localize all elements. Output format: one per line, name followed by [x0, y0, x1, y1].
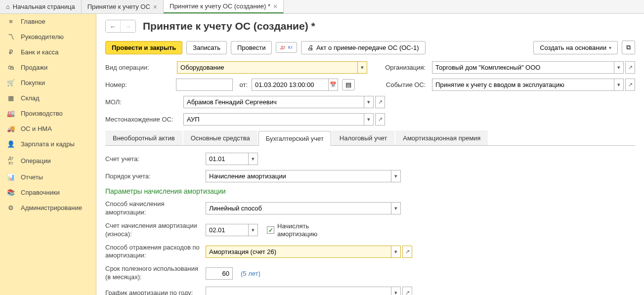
tab-label: Принятие к учету ОС (создание) * [170, 2, 270, 10]
back-button[interactable]: ← [106, 20, 121, 32]
ruble-icon: ₽ [7, 48, 15, 56]
sidebar-item-label: Администрирование [21, 204, 82, 211]
close-icon[interactable]: × [273, 2, 277, 10]
dropdown-button[interactable]: ▾ [364, 96, 374, 108]
schedule-input[interactable] [206, 287, 391, 295]
operation-type-input[interactable] [177, 61, 357, 74]
chevron-down-icon: ▾ [609, 45, 611, 50]
close-icon[interactable]: × [153, 3, 157, 11]
sidebar-item-purchases[interactable]: 🛒Покупки [0, 75, 96, 90]
sidebar-item-admin[interactable]: ⚙Администрирование [0, 200, 96, 215]
life-label: Срок полезного использования (в месяцах)… [105, 265, 202, 282]
dropdown-button[interactable]: ▾ [391, 246, 401, 258]
bag-icon: 🛍 [7, 64, 15, 71]
amort-account-input[interactable] [206, 224, 248, 236]
subtab-asset[interactable]: Внеоборотный актив [105, 130, 182, 145]
dropdown-button[interactable]: ▾ [391, 170, 401, 182]
subtab-premium[interactable]: Амортизационная премия [395, 130, 488, 145]
expense-input[interactable] [206, 246, 391, 258]
sidebar-item-label: Склад [21, 94, 40, 102]
sidebar-item-salary[interactable]: 👤Зарплата и кадры [0, 136, 96, 152]
subtab-fixed-assets[interactable]: Основные средства [183, 130, 258, 145]
post-button[interactable]: Провести [231, 41, 272, 54]
chart-up-icon: 〽 [7, 33, 15, 41]
checkbox-label: Начислять амортизацию [277, 222, 322, 238]
forward-button[interactable]: → [121, 20, 135, 32]
menu-icon: ≡ [7, 18, 15, 25]
sidebar-item-assets[interactable]: 🚚ОС и НМА [0, 121, 96, 136]
save-button[interactable]: Записать [186, 41, 227, 54]
org-input[interactable] [432, 61, 614, 74]
sidebar-item-warehouse[interactable]: ▦Склад [0, 90, 96, 106]
tab-label: Начальная страница [13, 3, 75, 10]
calendar-button[interactable]: 📅 [328, 79, 338, 91]
expense-label: Способ отражения расходов по амортизации… [105, 244, 202, 260]
life-input[interactable] [206, 267, 233, 280]
tab-list[interactable]: Принятие к учету ОС × [82, 0, 164, 13]
page-title: Принятие к учету ОС (создание) * [143, 20, 315, 32]
location-input[interactable] [183, 113, 364, 126]
dropdown-button[interactable]: ▾ [357, 61, 367, 74]
dropdown-button[interactable]: ▾ [364, 113, 374, 126]
number-label: Номер: [105, 81, 172, 88]
structure-button[interactable]: ⧉ [622, 41, 635, 54]
life-hint: (5 лет) [241, 270, 260, 277]
create-based-button[interactable]: Создать на основании▾ [533, 41, 618, 54]
sidebar-item-main[interactable]: ≡Главное [0, 14, 96, 29]
sidebar-item-manager[interactable]: 〽Руководителю [0, 29, 96, 44]
open-button[interactable]: ↗ [625, 79, 635, 91]
structure-icon: ⧉ [626, 43, 631, 51]
method-input[interactable] [206, 202, 391, 214]
tab-home[interactable]: ⌂ Начальная страница [0, 0, 82, 13]
sidebar-item-bank[interactable]: ₽Банк и касса [0, 44, 96, 60]
print-act-button[interactable]: 🖨Акт о приеме-передаче ОС (ОС-1) [301, 41, 426, 54]
sidebar-item-label: Производство [21, 110, 63, 117]
dropdown-button[interactable]: ▾ [614, 79, 624, 91]
list-icon-button[interactable]: ▤ [342, 79, 355, 90]
sidebar-item-directories[interactable]: 📚Справочники [0, 185, 96, 200]
dtkt-button[interactable]: ДтКт [276, 42, 297, 53]
subtab-accounting[interactable]: Бухгалтерский учет [258, 131, 331, 146]
sidebar-item-reports[interactable]: 📊Отчеты [0, 169, 96, 185]
subtab-tax[interactable]: Налоговый учет [332, 130, 394, 145]
open-button[interactable]: ↗ [402, 246, 412, 258]
button-label: Акт о приеме-передаче ОС (ОС-1) [316, 44, 419, 51]
dropdown-button[interactable]: ▾ [248, 224, 258, 236]
dropdown-button[interactable]: ▾ [248, 153, 258, 165]
toolbar: Провести и закрыть Записать Провести ДтК… [105, 41, 635, 54]
grid-icon: ▦ [7, 94, 15, 102]
person-icon: 👤 [7, 140, 15, 148]
kt-icon: Кт [288, 45, 293, 50]
open-button[interactable]: ↗ [375, 96, 385, 108]
event-input[interactable] [432, 79, 614, 91]
open-button[interactable]: ↗ [375, 113, 385, 126]
sidebar-item-sales[interactable]: 🛍Продажи [0, 60, 96, 75]
order-label: Порядок учета: [105, 172, 202, 180]
amort-params-title: Параметры начисления амортизации [105, 187, 635, 195]
factory-icon: 🏭 [7, 110, 15, 117]
dropdown-button[interactable]: ▾ [614, 61, 624, 74]
date-input[interactable] [252, 79, 328, 91]
charge-checkbox-row[interactable]: Начислять амортизацию [267, 222, 322, 238]
chart-icon: 📊 [7, 173, 15, 181]
charge-checkbox[interactable] [267, 226, 274, 234]
sidebar: ≡Главное 〽Руководителю ₽Банк и касса 🛍Пр… [0, 14, 96, 295]
window-tabs: ⌂ Начальная страница Принятие к учету ОС… [0, 0, 644, 14]
nav-buttons: ← → [105, 20, 136, 33]
from-label: от: [240, 81, 248, 88]
sidebar-item-label: Продажи [21, 64, 47, 71]
order-input[interactable] [206, 170, 391, 182]
sidebar-item-operations[interactable]: ДтКтОперации [0, 152, 96, 169]
open-button[interactable]: ↗ [625, 61, 635, 74]
dt-icon: Дт [280, 45, 285, 50]
open-button[interactable]: ↗ [402, 287, 412, 295]
tab-create[interactable]: Принятие к учету ОС (создание) * × [164, 0, 284, 13]
post-close-button[interactable]: Провести и закрыть [105, 41, 182, 54]
number-input[interactable] [176, 79, 233, 91]
gear-icon: ⚙ [7, 204, 15, 211]
dropdown-button[interactable]: ▾ [391, 287, 401, 295]
dropdown-button[interactable]: ▾ [391, 202, 401, 214]
account-input[interactable] [206, 153, 248, 165]
mol-input[interactable] [183, 96, 364, 108]
sidebar-item-production[interactable]: 🏭Производство [0, 106, 96, 121]
